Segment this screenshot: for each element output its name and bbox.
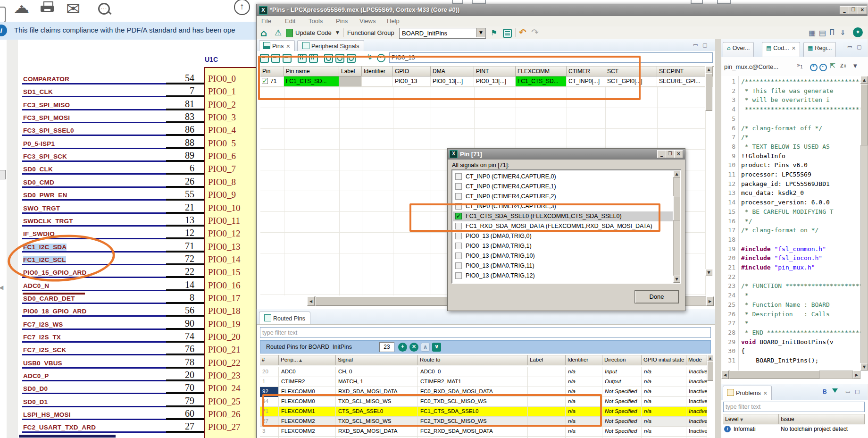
sort-icon[interactable]: Z↕ [840, 63, 847, 68]
tab-regi[interactable]: ▦Regi... [803, 42, 836, 57]
signal-option[interactable]: PIO0_13 (DMA0,TRIG,10) [453, 251, 673, 261]
signal-option[interactable]: PIO0_13 (DMA0,TRIG,1) [453, 241, 673, 251]
undo-icon[interactable]: ↶ [519, 27, 526, 37]
remove-pin-button[interactable]: × [409, 343, 418, 352]
routed-row[interactable]: 1CTIMER2MATCH, 1CTIMER2_MAT1n/aOutputn/a… [260, 377, 707, 387]
tab-over[interactable]: ⌂Over... [723, 42, 754, 57]
editor-overflow-icon[interactable]: »1 [797, 62, 803, 69]
pins-vscrollbar[interactable] [713, 66, 714, 67]
dialog-close-button[interactable]: × [674, 150, 683, 158]
tab-problems[interactable]: Problems✕ [723, 386, 772, 402]
tool-circle-icon[interactable]: ✦ [853, 27, 863, 37]
problems-filter-input[interactable] [723, 402, 865, 412]
pins-hscroll-right[interactable]: ▶ [706, 296, 714, 306]
tab-close-icon[interactable]: ✕ [286, 43, 290, 50]
signal-option[interactable]: CT_INP0 (CTIMER4,CAPTURE,2) [453, 192, 673, 202]
menu-views[interactable]: Views [359, 17, 376, 25]
margin-marker-icon[interactable]: ◀ [0, 284, 3, 291]
dialog-vscroll-track[interactable] [673, 170, 680, 283]
menu-tools[interactable]: Tools [309, 17, 323, 25]
expand-down-icon[interactable]: ⇓ [840, 28, 846, 37]
problems-maximize-icon[interactable]: ▢ [855, 388, 860, 395]
signal-checkbox[interactable] [455, 243, 462, 249]
pins-vscroll-down[interactable]: ▼ [705, 269, 712, 276]
print-icon[interactable] [41, 4, 55, 13]
code-vscroll-thumb[interactable] [860, 84, 868, 145]
signal-option[interactable]: CT_INP0 (CTIMER4,CAPTURE,1) [453, 182, 673, 192]
right-maximize-view-icon[interactable]: ▢ [857, 44, 861, 50]
bookmark-icon[interactable]: B [823, 388, 827, 395]
minimize-button[interactable]: _ [840, 6, 849, 14]
zoom-in-icon[interactable]: + [810, 64, 818, 71]
export-icon[interactable]: ⇱ [830, 62, 835, 69]
code-editor[interactable]: 1/***********************************2 *… [721, 76, 860, 371]
add-pin-button[interactable]: + [398, 343, 407, 352]
zoom-out-icon[interactable]: - [819, 64, 827, 71]
zoom-search-icon[interactable]: ··· [97, 2, 113, 17]
problems-col-level[interactable]: Level ▼ [723, 414, 779, 424]
upload-cloud-icon[interactable]: ☁↑ [13, 0, 29, 17]
menu-edit[interactable]: Edit [285, 17, 295, 25]
flag-icon[interactable]: ⚑ [491, 28, 497, 37]
routed-col-direction[interactable]: Direction [602, 355, 642, 365]
routed-col-mode[interactable]: Mode [686, 355, 707, 365]
update-code-icon[interactable] [286, 29, 293, 37]
routed-col-gpio-initial-state[interactable]: GPIO initial state [642, 355, 686, 365]
signal-checkbox[interactable] [455, 183, 462, 190]
problems-row[interactable]: i Informati No toolchain project detect [723, 424, 865, 435]
routed-vscroll-thumb[interactable] [707, 361, 713, 381]
signal-checkbox[interactable] [455, 193, 462, 200]
pins-hscroll-left[interactable]: ◀ [307, 296, 315, 306]
signal-option[interactable]: PIO0_13 (DMA0,TRIG,0) [453, 231, 673, 241]
scroll-up-circle-icon[interactable]: ↑ [234, 0, 250, 15]
annotation-note-icon[interactable] [0, 170, 6, 179]
problems-minimize-icon[interactable]: ▭ [845, 388, 850, 395]
signal-checkbox[interactable] [455, 173, 462, 180]
routed-col--[interactable]: # [260, 355, 279, 365]
right-minimize-view-icon[interactable]: ▭ [847, 44, 852, 50]
signal-option[interactable]: PIO0_13 (DMA0,TRIG,12) [453, 271, 673, 281]
functional-group-select[interactable]: BOARD_InitPins ▼ [399, 28, 486, 39]
signal-checkbox[interactable] [455, 233, 462, 239]
signal-checkbox[interactable] [455, 262, 462, 269]
tab-close-icon[interactable]: ✕ [792, 45, 796, 51]
editor-file-label[interactable]: pin_mux.c@Corte... [724, 63, 778, 70]
dialog-maximize-button[interactable]: ❒ [666, 150, 675, 158]
update-code-dropdown-icon[interactable]: ▼ [336, 30, 339, 35]
signal-option[interactable]: PIO0_13 (DMA0,TRIG,11) [453, 261, 673, 271]
warning-icon[interactable]: ⚠ [275, 28, 282, 37]
pins-vscroll-thumb[interactable] [705, 73, 712, 111]
tab-cod[interactable]: ▤Cod...✕ [762, 42, 800, 57]
close-button[interactable]: × [858, 6, 867, 14]
minimize-view-icon[interactable]: ▭ [693, 42, 698, 48]
power-view-icon[interactable]: Π [829, 28, 835, 37]
menu-pins[interactable]: Pins [336, 17, 348, 25]
dialog-minimize-button[interactable]: _ [657, 150, 666, 158]
done-button[interactable]: Done [634, 290, 679, 303]
routed-col-perip-[interactable]: Perip... ▲ [279, 355, 336, 365]
menu-file[interactable]: File [261, 17, 271, 25]
pins-vscroll-up[interactable]: ▲ [705, 66, 712, 73]
maximize-view-icon[interactable]: ▢ [702, 42, 707, 48]
notes-icon[interactable] [503, 29, 512, 38]
package-view-icon[interactable]: ▤ [819, 28, 826, 37]
filter-funnel-icon[interactable] [832, 388, 838, 393]
email-icon[interactable]: ✉ [66, 0, 80, 18]
routed-row[interactable]: 3FLEXCOMM2RXD_SDA_MOSI_DATAFC2_RXD_SDA_M… [260, 427, 707, 437]
code-vscroll-down[interactable]: ▼ [860, 363, 868, 371]
maximize-button[interactable]: ❒ [849, 6, 858, 14]
problems-tab-close-icon[interactable]: ✕ [763, 390, 768, 396]
dialog-vscroll-thumb[interactable] [673, 196, 680, 220]
move-up-button[interactable]: ∧ [421, 343, 430, 352]
redo-icon[interactable]: ↷ [531, 27, 539, 37]
combo-dropdown-icon[interactable]: ▼ [476, 28, 485, 37]
window-titlebar[interactable]: X *Pins - LPCXpresso55S69.mex (LPC55S69,… [257, 4, 868, 16]
code-hscroll-thumb[interactable] [730, 371, 819, 379]
dialog-vscroll-up[interactable]: ▲ [673, 170, 680, 177]
dialog-vscroll-down[interactable]: ▼ [673, 276, 680, 283]
routed-col-identifier[interactable]: Identifier [566, 355, 602, 365]
routed-vscroll-up[interactable]: ▲ [707, 355, 713, 361]
pins-col-secpint[interactable]: SECPINT [657, 66, 705, 76]
dialog-titlebar[interactable]: X Pin [71] _ ❒ × [448, 149, 685, 160]
signal-checkbox[interactable] [455, 272, 462, 279]
